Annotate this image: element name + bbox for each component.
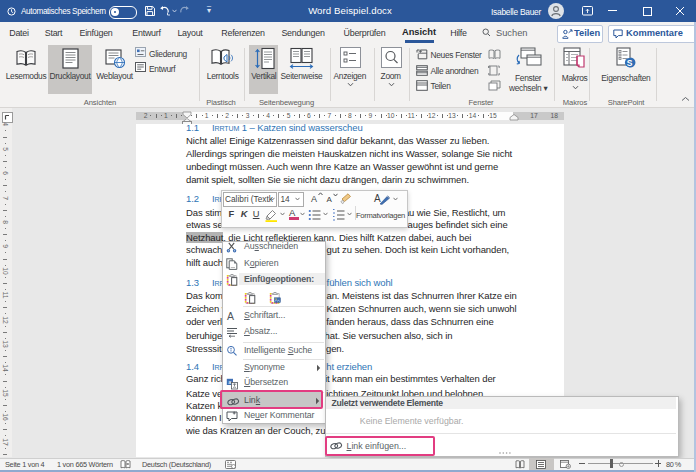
svg-text:S: S — [627, 58, 633, 68]
